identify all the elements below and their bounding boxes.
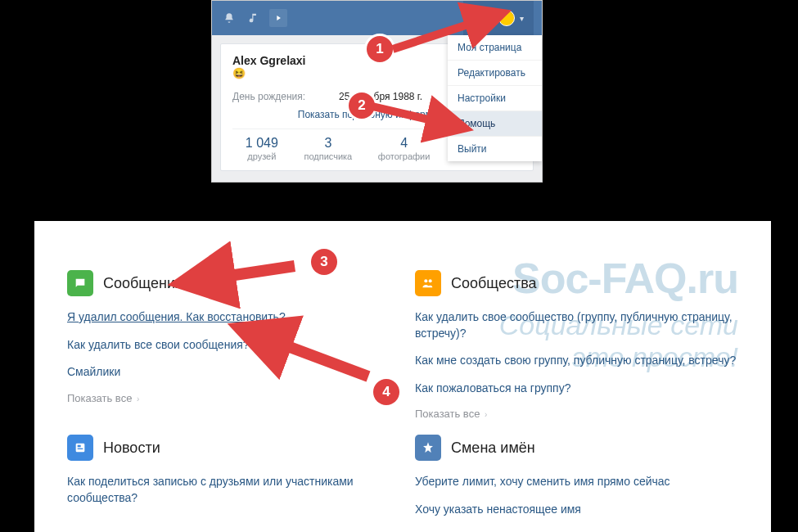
menu-edit[interactable]: Редактировать — [448, 61, 542, 86]
news-title: Новости — [103, 440, 160, 457]
communities-title: Сообщества — [451, 275, 537, 292]
svg-point-0 — [424, 279, 427, 282]
menu-logout[interactable]: Выйти — [448, 137, 542, 161]
names-q1[interactable]: Уберите лимит, хочу сменить имя прямо се… — [415, 474, 738, 490]
help-messages: Сообщения Я удалил сообщения. Как восста… — [67, 270, 390, 420]
news-icon — [67, 435, 93, 461]
menu-my-page[interactable]: Моя страница — [448, 35, 542, 61]
chevron-right-icon: › — [485, 410, 487, 419]
help-news: Новости Как поделиться записью с друзьям… — [67, 435, 390, 529]
annotation-badge-2: 2 — [349, 92, 375, 119]
messages-q2[interactable]: Как удалить все свои сообщения? — [67, 337, 390, 354]
chevron-down-icon: ▾ — [520, 14, 524, 23]
names-q2[interactable]: Хочу указать ненастоящее имя — [415, 502, 738, 518]
names-title: Смена имён — [451, 440, 535, 457]
annotation-badge-1: 1 — [367, 36, 393, 62]
help-names: Смена имён Уберите лимит, хочу сменить и… — [415, 435, 738, 529]
messages-q1[interactable]: Я удалил сообщения. Как восстановить? — [67, 309, 390, 326]
play-icon[interactable] — [269, 9, 287, 27]
menu-help[interactable]: Помощь — [448, 111, 542, 137]
stat-photos[interactable]: 4фотографии — [378, 136, 431, 162]
messages-title: Сообщения — [103, 275, 183, 292]
help-panel: Soc-FAQ.ru Социальные сети это просто! С… — [34, 221, 771, 532]
news-q1[interactable]: Как поделиться записью с друзьями или уч… — [67, 474, 390, 506]
stat-friends[interactable]: 1 049друзей — [246, 136, 278, 162]
user-dropdown: Моя страница Редактировать Настройки Пом… — [448, 35, 542, 161]
messages-showall[interactable]: Показать все › — [67, 392, 139, 404]
music-icon[interactable] — [245, 9, 263, 27]
svg-rect-4 — [78, 449, 83, 449]
vk-topbar: Alex ▾ Моя страница Редактировать Настро… — [212, 1, 542, 35]
vk-profile-panel: Alex ▾ Моя страница Редактировать Настро… — [211, 0, 543, 183]
chevron-right-icon: › — [137, 394, 139, 404]
birth-label: День рождения: — [232, 91, 339, 102]
svg-rect-2 — [76, 444, 85, 453]
star-icon — [415, 435, 441, 461]
username: Alex — [473, 12, 494, 24]
users-icon — [415, 270, 441, 296]
chat-icon — [67, 270, 93, 296]
communities-q2[interactable]: Как мне создать свою группу, публичную с… — [415, 353, 738, 369]
svg-point-1 — [429, 279, 432, 282]
avatar — [498, 10, 515, 26]
user-menu-button[interactable]: Alex ▾ — [463, 1, 534, 35]
notifications-icon[interactable] — [220, 9, 238, 27]
communities-q1[interactable]: Как удалить свое сообщество (группу, пуб… — [415, 309, 738, 341]
svg-rect-3 — [78, 445, 81, 448]
messages-q3[interactable]: Смайлики — [67, 364, 390, 381]
stat-followers[interactable]: 3подписчика — [304, 136, 352, 162]
communities-q3[interactable]: Как пожаловаться на группу? — [415, 381, 738, 397]
help-communities: Сообщества Как удалить свое сообщество (… — [415, 270, 738, 420]
menu-settings[interactable]: Настройки — [448, 86, 542, 111]
communities-showall[interactable]: Показать все › — [415, 408, 487, 420]
